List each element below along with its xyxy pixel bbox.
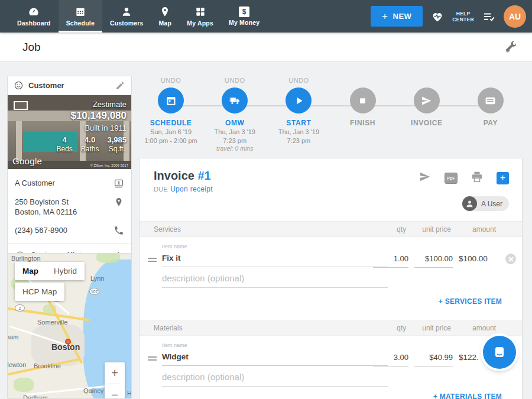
add-services-item-link[interactable]: + SERVICES ITEM <box>439 297 502 306</box>
materials-header: Materials <box>154 324 183 332</box>
assigned-user-pill[interactable]: A User <box>462 196 509 211</box>
contact-card-icon[interactable] <box>113 178 124 189</box>
step-date: Sun, Jan 6 '19 <box>150 128 192 136</box>
invoice-number[interactable]: #1 <box>197 169 210 182</box>
undo-start-link[interactable]: UNDO <box>288 77 309 86</box>
add-invoice-button[interactable]: + <box>497 172 509 184</box>
page-header: Job <box>0 33 532 62</box>
customer-name: A Customer <box>15 178 113 188</box>
due-terms-link[interactable]: Upon receipt <box>170 185 213 193</box>
map-label-dedham: Dedham <box>23 394 48 399</box>
app-screen: Dashboard Schedule Customers Map My Apps… <box>0 0 532 399</box>
built-in-label: Built in 1911 <box>56 124 126 132</box>
send-icon <box>419 170 432 183</box>
timeline-step-start: UNDO START Thu, Jan 3 '19 7:23 pm <box>267 77 330 153</box>
pay-step-button[interactable] <box>478 87 504 113</box>
hcp-map-button[interactable]: HCP Map <box>15 283 64 301</box>
unit-price-column-header: unit price <box>422 225 451 233</box>
task-list-icon[interactable] <box>482 10 495 23</box>
address-line2: Boston, MA 02116 <box>15 207 113 217</box>
help-center-link[interactable]: HELP CENTER <box>452 11 474 22</box>
pdf-button[interactable]: PDF <box>445 173 458 184</box>
nav-item-customers[interactable]: Customers <box>102 0 151 33</box>
address-line1: 250 Boylston St <box>15 197 113 207</box>
step-label: OMW <box>225 119 244 127</box>
timeline-step-omw: UNDO OMW Thu, Jan 3 '19 7:23 pm travel: … <box>203 77 267 153</box>
map-label-brookline: Brookline <box>34 362 61 369</box>
material-item-name-input[interactable] <box>162 352 388 366</box>
step-label: START <box>286 119 311 127</box>
material-unit-price-input[interactable] <box>414 353 453 366</box>
customer-phone-row: (234) 567-8900 <box>15 221 124 240</box>
step-date: Thu, Jan 3 '19 <box>278 128 319 136</box>
service-qty-input[interactable] <box>373 254 408 268</box>
invoice-title-text: Invoice <box>154 169 194 182</box>
new-button[interactable]: + NEW <box>371 6 423 27</box>
job-timeline: UNDO SCHEDULE Sun, Jan 6 '19 1:00 pm - 2… <box>139 77 523 153</box>
apps-grid-icon <box>194 6 206 18</box>
zoom-out-button[interactable]: − <box>105 384 125 399</box>
remove-service-item-button[interactable] <box>505 254 516 264</box>
zoom-in-button[interactable]: + <box>105 362 125 384</box>
edit-pencil-icon[interactable] <box>115 80 125 90</box>
service-item-name-input[interactable] <box>162 254 388 267</box>
nav-item-schedule[interactable]: Schedule <box>59 0 102 33</box>
nav-item-my-apps[interactable]: My Apps <box>179 0 221 33</box>
unit-price-column-header: unit price <box>422 324 451 332</box>
material-amount: $122. <box>459 353 479 362</box>
job-location-pin[interactable] <box>65 339 71 345</box>
map-layer-map-button[interactable]: Map <box>15 262 46 280</box>
services-header-bar: Services qty unit price amount <box>140 221 522 237</box>
street-view-toggle-icon[interactable] <box>14 101 28 110</box>
job-settings-button[interactable] <box>504 40 519 56</box>
undo-omw-link[interactable]: UNDO <box>225 77 245 86</box>
user-avatar[interactable]: AU <box>504 5 526 28</box>
amount-column-header: amount <box>472 225 496 233</box>
nav-item-dashboard[interactable]: Dashboard <box>9 0 59 33</box>
nav-right-actions: + NEW HELP CENTER AU <box>371 0 526 33</box>
service-description-input[interactable] <box>162 273 388 288</box>
nav-label: Schedule <box>66 20 95 27</box>
drag-handle[interactable] <box>148 356 157 362</box>
timeline-step-finish: FINISH <box>330 77 394 153</box>
heart-pulse-icon[interactable] <box>431 10 444 23</box>
page-title: Job <box>22 41 41 54</box>
map-widget[interactable]: Burlington Lynn 107 2 93 Somerville ham … <box>7 253 132 399</box>
customer-address: 250 Boylston St Boston, MA 02116 <box>15 197 113 217</box>
start-step-button[interactable] <box>286 87 312 113</box>
qty-column-header: qty <box>397 324 406 332</box>
nav-tabs: Dashboard Schedule Customers Map My Apps… <box>0 0 267 33</box>
amount-column-header: amount <box>472 324 496 332</box>
send-invoice-button[interactable] <box>419 170 432 186</box>
map-park <box>96 253 120 263</box>
customer-address-row: 250 Boylston St Boston, MA 02116 <box>15 193 124 221</box>
zestimate-value: $10,149,080 <box>56 110 126 122</box>
location-pin-icon[interactable] <box>113 197 124 207</box>
phone-icon[interactable] <box>113 225 124 236</box>
nav-item-map[interactable]: Map <box>151 0 180 33</box>
chat-support-button[interactable] <box>483 336 516 369</box>
map-label-burlington: Burlington <box>11 255 41 262</box>
material-description-input[interactable] <box>162 372 388 387</box>
map-layer-hybrid-button[interactable]: Hybrid <box>46 262 85 280</box>
help-line2: CENTER <box>452 17 474 22</box>
active-tab-indicator <box>59 31 102 33</box>
finish-step-button[interactable] <box>350 87 376 113</box>
add-materials-item-link[interactable]: + MATERIALS ITEM <box>433 392 502 399</box>
step-label: SCHEDULE <box>150 119 192 127</box>
invoice-step-button[interactable] <box>414 87 440 113</box>
print-button[interactable] <box>471 170 484 186</box>
undo-schedule-link[interactable]: UNDO <box>161 77 181 86</box>
printer-icon <box>471 170 484 183</box>
schedule-step-button[interactable] <box>158 87 184 113</box>
nav-label: Customers <box>110 20 144 27</box>
omw-step-button[interactable] <box>222 87 248 113</box>
nav-item-my-money[interactable]: $ My Money <box>221 0 267 33</box>
map-layer-toggle: Map Hybrid <box>15 262 85 280</box>
drag-handle[interactable] <box>148 258 157 264</box>
material-qty-input[interactable] <box>373 353 408 366</box>
google-watermark: Google <box>12 156 42 166</box>
service-unit-price-input[interactable] <box>414 254 453 268</box>
nav-label: My Money <box>229 19 259 26</box>
map-label-quincy: Quincy <box>83 387 103 394</box>
